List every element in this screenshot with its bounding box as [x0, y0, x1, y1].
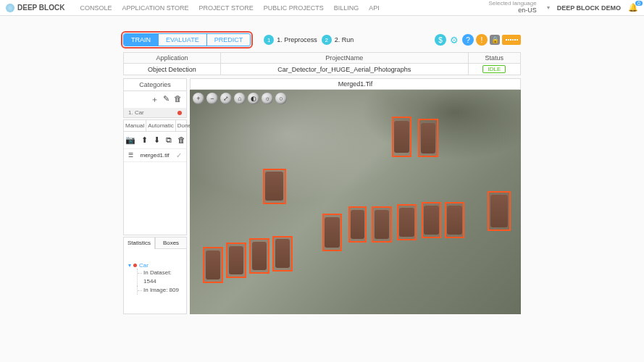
tree-root[interactable]: ▾ Car — [128, 262, 182, 269]
fit-icon[interactable]: ⤢ — [220, 93, 232, 104]
stats-body: ▾ Car In Dataset: 1544 In Image: 809 — [123, 249, 187, 314]
language-value: en-US — [518, 7, 537, 14]
top-nav: DEEP BLOCK CONSOLE APPLICATION STORE PRO… — [0, 0, 644, 16]
category-item-car[interactable]: 1. Car — [124, 108, 186, 117]
info-proj-header: ProjectName — [220, 53, 468, 64]
bounding-box[interactable] — [422, 202, 441, 238]
copy-icon[interactable]: ⧉ — [166, 135, 172, 145]
categories-panel: Categories ＋ ✎ 🗑 1. Car — [123, 78, 187, 118]
add-category-icon[interactable]: ＋ — [151, 94, 159, 105]
check-icon: ✓ — [176, 151, 182, 159]
viewer-title: Merged1.Tif — [190, 78, 521, 90]
brand-logo[interactable]: DEEP BLOCK — [6, 4, 64, 12]
category-label: 1. Car — [128, 109, 144, 116]
status-badge: IDLE — [482, 65, 506, 73]
stats-tabs: Statistics Boxes — [123, 237, 187, 249]
tree-color-dot — [133, 264, 137, 267]
reset-icon[interactable]: ○ — [275, 93, 287, 104]
bounding-box[interactable] — [372, 206, 391, 243]
bounding-box[interactable] — [488, 191, 511, 232]
bounding-box[interactable] — [263, 169, 286, 205]
image-list-item[interactable]: ☰ merged1.tif ✓ — [124, 149, 186, 162]
notif-badge: 0 — [635, 1, 643, 6]
nav-console[interactable]: CONSOLE — [80, 4, 112, 12]
bounding-box[interactable] — [249, 238, 269, 274]
image-viewer: Merged1.Tif + − ⤢ ⌂ ◐ ☼ ○ — [190, 78, 521, 314]
credits-icon[interactable]: $ — [435, 34, 446, 46]
top-nav-right: Selected language en-US ▾ DEEP BLOCK DEM… — [488, 1, 638, 14]
trash-icon[interactable]: 🗑 — [177, 135, 185, 145]
gear-icon[interactable]: ⚙ — [448, 34, 460, 46]
toolbar-icons: $ ⚙ ? ! 🔒 — [435, 34, 521, 46]
tab-evaluate[interactable]: EVALUATE — [158, 34, 206, 46]
tree-root-label: Car — [139, 262, 149, 269]
language-selector[interactable]: Selected language en-US — [488, 1, 536, 14]
step-preprocess[interactable]: 1 1. Preprocess — [264, 35, 317, 45]
bounding-box[interactable] — [272, 236, 292, 272]
steps: 1 1. Preprocess 2 2. Run — [264, 35, 354, 45]
tab-automatic[interactable]: Automatic — [146, 120, 176, 131]
left-panel: Categories ＋ ✎ 🗑 1. Car Manual Automatic… — [123, 78, 187, 314]
bounding-box[interactable] — [445, 202, 464, 238]
zoom-out-icon[interactable]: − — [206, 93, 218, 104]
home-icon[interactable]: ⌂ — [234, 93, 246, 104]
tab-predict[interactable]: PREDICT — [206, 34, 251, 46]
bounding-box[interactable] — [203, 247, 222, 283]
info-status-value: IDLE — [468, 64, 520, 75]
nav-billing[interactable]: BILLING — [334, 4, 359, 12]
tab-statistics[interactable]: Statistics — [123, 237, 155, 249]
zoom-in-icon[interactable]: + — [193, 93, 204, 104]
edit-category-icon[interactable]: ✎ — [163, 94, 170, 105]
zoom-controls: + − ⤢ ⌂ ◐ ☼ ○ — [193, 93, 287, 104]
tab-train[interactable]: TRAIN — [124, 34, 158, 46]
label-mode-tabs: Manual Automatic Done — [124, 120, 186, 132]
annotation-canvas[interactable]: + − ⤢ ⌂ ◐ ☼ ○ — [190, 90, 521, 314]
help-icon[interactable]: ? — [462, 34, 474, 46]
mode-tabs: TRAIN EVALUATE PREDICT — [123, 33, 251, 46]
mode-row: TRAIN EVALUATE PREDICT 1 1. Preprocess 2… — [123, 33, 521, 46]
bounding-box[interactable] — [392, 117, 411, 157]
stats-panel: Statistics Boxes ▾ Car In Dataset: 1544 … — [123, 237, 187, 314]
tree-dataset-count: In Dataset: 1544 — [137, 269, 182, 286]
bounding-box[interactable] — [226, 243, 246, 279]
step-2-num: 2 — [322, 35, 332, 45]
project-info-table: Application ProjectName Status Object De… — [123, 52, 521, 75]
info-app-header: Application — [124, 53, 221, 64]
delete-category-icon[interactable]: 🗑 — [174, 94, 182, 105]
camera-icon[interactable]: 📷 — [125, 135, 135, 145]
logo-icon — [6, 4, 14, 12]
tree-caret-icon: ▾ — [128, 262, 131, 269]
chevron-down-icon[interactable]: ▾ — [547, 4, 550, 11]
categories-header: Categories — [124, 79, 186, 91]
step-1-num: 1 — [264, 35, 274, 45]
keyboard-icon[interactable] — [502, 35, 521, 45]
category-color-dot — [177, 111, 182, 115]
lock-icon[interactable]: 🔒 — [490, 35, 500, 45]
bounding-box[interactable] — [348, 206, 367, 243]
download-icon[interactable]: ⬇ — [154, 135, 160, 145]
user-name[interactable]: DEEP BLOCK DEMO — [557, 4, 621, 12]
info-status-header: Status — [468, 53, 520, 64]
nav-project-store[interactable]: PROJECT STORE — [199, 4, 254, 12]
bounding-box[interactable] — [397, 204, 417, 240]
warning-icon[interactable]: ! — [476, 34, 488, 46]
contrast-icon[interactable]: ◐ — [248, 93, 259, 104]
brand-name: DEEP BLOCK — [17, 4, 64, 12]
top-nav-left: DEEP BLOCK CONSOLE APPLICATION STORE PRO… — [6, 4, 380, 12]
image-filename: merged1.tif — [140, 152, 169, 159]
bounding-box[interactable] — [322, 214, 342, 252]
nav-app-store[interactable]: APPLICATION STORE — [122, 4, 188, 12]
upload-icon[interactable]: ⬆ — [141, 135, 148, 145]
image-list-empty — [124, 162, 186, 235]
tab-boxes[interactable]: Boxes — [155, 237, 187, 249]
nav-api[interactable]: API — [369, 4, 380, 12]
category-tools: ＋ ✎ 🗑 — [124, 91, 186, 108]
notifications-icon[interactable]: 🔔0 — [628, 3, 638, 12]
step-2-label: 2. Run — [335, 36, 354, 43]
step-run[interactable]: 2 2. Run — [322, 35, 354, 45]
brightness-icon[interactable]: ☼ — [262, 93, 273, 104]
step-1-label: 1. Preprocess — [277, 36, 317, 43]
tab-manual[interactable]: Manual — [124, 120, 146, 131]
bounding-box[interactable] — [418, 119, 438, 157]
nav-public-projects[interactable]: PUBLIC PROJECTS — [264, 4, 324, 12]
